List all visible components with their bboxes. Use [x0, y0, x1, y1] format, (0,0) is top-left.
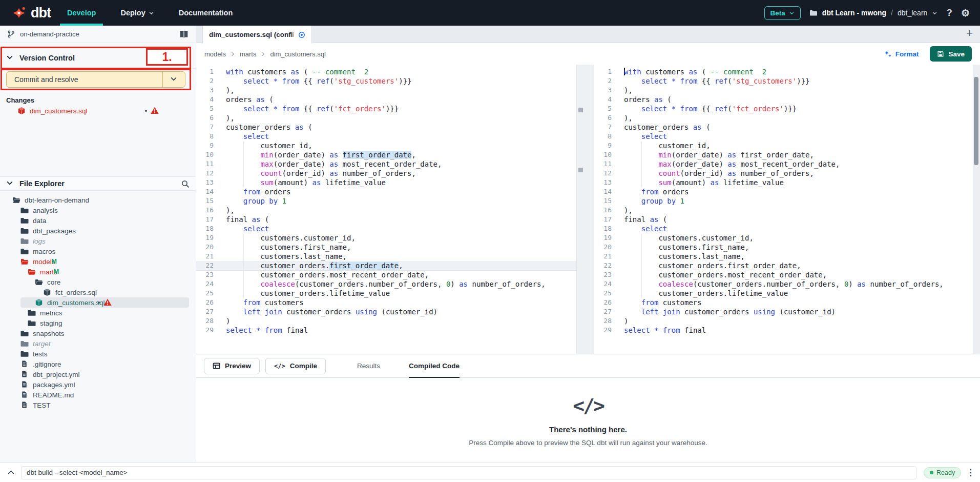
preview-button[interactable]: Preview: [204, 358, 260, 374]
tree-item-dbt-learn-on-demand[interactable]: dbt-learn-on-demand: [0, 195, 196, 205]
tree-item-data[interactable]: data: [0, 215, 196, 226]
tree-item--gitignore[interactable]: .gitignore: [0, 359, 196, 369]
changes-section-label: Changes: [6, 96, 34, 104]
save-button[interactable]: Save: [930, 46, 972, 62]
file-explorer-header[interactable]: File Explorer: [0, 176, 196, 191]
git-branch-row[interactable]: on-demand-practice: [0, 26, 196, 43]
settings-gear-icon[interactable]: ⚙: [961, 7, 970, 19]
line-content: customer_orders as (: [220, 123, 312, 132]
indent-guide: [243, 151, 244, 160]
line-number: 2: [594, 77, 618, 86]
tree-item-metrics[interactable]: metrics: [0, 308, 196, 318]
tree-item-core[interactable]: core: [0, 277, 196, 287]
format-button[interactable]: Format: [884, 50, 919, 58]
empty-state: </> There's nothing here. Press Compile …: [196, 378, 980, 463]
tree-item-staging[interactable]: staging: [0, 318, 196, 328]
breadcrumb-item[interactable]: marts: [240, 50, 257, 58]
tree-item-label: TEST: [33, 401, 51, 409]
nav-item-deploy[interactable]: Deploy: [117, 0, 157, 26]
tree-item-tests[interactable]: tests: [0, 349, 196, 359]
project-breadcrumb[interactable]: dbt Learn - mwong / dbt_learn: [809, 9, 938, 17]
code-line-14: 14 from orders: [594, 188, 973, 197]
code-line-25: 25 customer_orders.lifetime_value: [594, 289, 973, 298]
line-content: max(order_date) as most_recent_order_dat…: [618, 160, 840, 169]
chevron-up-icon[interactable]: [7, 469, 15, 476]
new-tab-button[interactable]: +: [966, 27, 973, 40]
command-input[interactable]: dbt build --select <model_name>: [21, 466, 916, 479]
breadcrumb-item[interactable]: models: [204, 50, 226, 58]
code-line-25: 25 customer_orders.lifetime_value: [196, 289, 576, 298]
tree-item-logs[interactable]: logs: [0, 236, 196, 246]
tree-item-packages-yml[interactable]: packages.yml: [0, 379, 196, 390]
code-line-27: 27 left join customer_orders using (cust…: [196, 308, 576, 317]
line-content: min(order_date) as first_order_date,: [220, 151, 416, 160]
tree-item-dim-customers-sql[interactable]: dim_customers.sql: [0, 297, 196, 308]
tree-item-marts[interactable]: martsM: [0, 267, 196, 277]
tree-item-label: tests: [33, 350, 48, 358]
nav-item-documentation[interactable]: Documentation: [176, 0, 236, 26]
tree-item-macros[interactable]: macros: [0, 246, 196, 256]
dbt-logo[interactable]: dbt: [0, 0, 64, 26]
tree-item-dbt-project-yml[interactable]: dbt_project.yml: [0, 369, 196, 379]
line-content: group by 1: [618, 197, 684, 206]
line-content: ),: [618, 86, 633, 95]
pane-divider[interactable]: [576, 65, 594, 354]
tree-item-label: dbt_project.yml: [33, 371, 80, 378]
code-line-27: 27 left join customer_orders using (cust…: [594, 308, 973, 317]
file-flags: [145, 107, 159, 115]
line-content: from customers: [618, 298, 702, 308]
commit-and-resolve-button[interactable]: Commit and resolve: [6, 71, 185, 88]
line-content: max(order_date) as most_recent_order_dat…: [220, 160, 442, 169]
chevron-right-icon: [261, 50, 265, 58]
tree-item-label: dbt-learn-on-demand: [25, 196, 89, 204]
indent-guide: [641, 178, 642, 188]
tree-item-models[interactable]: modelsM: [0, 256, 196, 267]
preview-label: Preview: [225, 362, 251, 370]
code-line-7: 7customer_orders as (: [196, 123, 576, 132]
line-number: 2: [196, 77, 220, 86]
breadcrumb: modelsmartsdim_customers.sql: [204, 50, 326, 58]
docs-book-icon[interactable]: [179, 30, 189, 39]
help-button[interactable]: ?: [946, 7, 952, 18]
line-number: 9: [594, 142, 618, 151]
line-number: 18: [196, 225, 220, 234]
results-tab-results[interactable]: Results: [357, 354, 380, 377]
code-editor-right-pane[interactable]: 1with customers as ( -- comment 22 selec…: [594, 65, 973, 354]
indent-guide: [641, 169, 642, 178]
commit-button-label: Commit and resolve: [7, 72, 162, 87]
tree-item-label: snapshots: [33, 330, 65, 337]
code-line-4: 4orders as (: [196, 95, 576, 105]
tree-item-analysis[interactable]: analysis: [0, 205, 196, 215]
nav-item-label: Develop: [67, 9, 96, 17]
line-content: select * from final: [220, 326, 308, 335]
code-editor-left-pane[interactable]: 1with customers as ( -- comment 22 selec…: [196, 65, 576, 354]
line-number: 21: [594, 252, 618, 262]
indent-guide: [243, 252, 244, 262]
tree-item-fct-orders-sql[interactable]: fct_orders.sql: [0, 287, 196, 297]
code-line-17: 17final as (: [594, 215, 973, 225]
results-tab-compiled-code[interactable]: Compiled Code: [409, 354, 460, 377]
commit-options-caret[interactable]: [162, 72, 185, 87]
tree-item-test[interactable]: TEST: [0, 400, 196, 410]
status-bar: dbt build --select <model_name> Ready ⋮: [0, 463, 980, 482]
beta-dropdown[interactable]: Beta: [764, 6, 801, 20]
indent-guide: [641, 289, 642, 298]
search-icon[interactable]: [181, 179, 190, 188]
line-number: 16: [196, 206, 220, 215]
nav-right-cluster: Beta dbt Learn - mwong / dbt_learn ? ⚙: [764, 0, 980, 26]
nav-item-develop[interactable]: Develop: [64, 0, 99, 26]
tree-item-snapshots[interactable]: snapshots: [0, 328, 196, 338]
changed-file-row[interactable]: dim_customers.sql: [0, 105, 196, 116]
code-line-22: 22 customer_orders.first_order_date,: [196, 262, 576, 271]
tab-dim-customers[interactable]: dim_customers.sql (confli...: [202, 26, 312, 44]
breadcrumb-item[interactable]: dim_customers.sql: [270, 50, 325, 58]
folder-icon: [20, 247, 29, 255]
kebab-menu-icon[interactable]: ⋮: [966, 468, 975, 477]
tree-item-target[interactable]: target: [0, 338, 196, 349]
tree-item-dbt-packages[interactable]: dbt_packages: [0, 226, 196, 236]
tree-item-label: core: [47, 278, 60, 286]
results-panel: Preview </> Compile ResultsCompiled Code…: [196, 354, 980, 463]
tree-item-readme-md[interactable]: README.md: [0, 390, 196, 400]
compile-button[interactable]: </> Compile: [265, 358, 326, 374]
scrollbar-thumb[interactable]: [974, 77, 978, 165]
